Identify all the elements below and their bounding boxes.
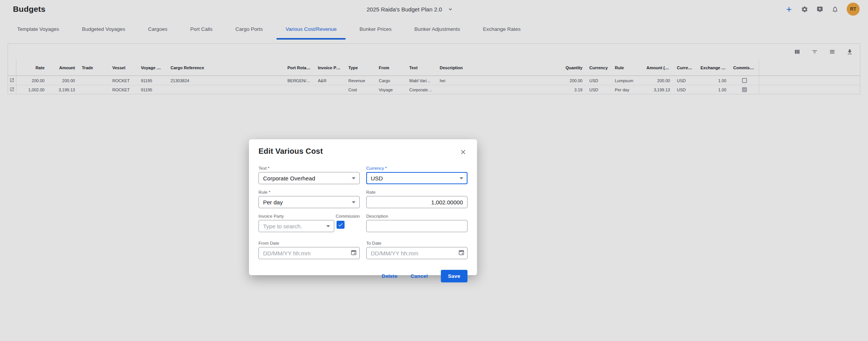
caret-down-icon [352,201,356,203]
text-select[interactable]: Corporate Overhead [258,172,360,184]
text-select-value: Corporate Overhead [263,175,315,182]
commission-field: Commission [336,214,360,229]
rate-input[interactable] [366,196,468,208]
from-date-input[interactable] [258,247,360,259]
description-label: Description [366,214,468,218]
invoice-party-select[interactable]: Type to search. [258,220,334,232]
text-field: Text * Corporate Overhead [258,166,360,184]
invoice-commission-row: Invoice Party Type to search. Commission [258,214,360,232]
invoice-party-field: Invoice Party Type to search. [258,214,334,232]
close-icon [460,151,467,157]
currency-label: Currency * [366,166,468,170]
to-date-calendar-button[interactable] [458,249,465,257]
edit-various-cost-dialog: Edit Various Cost Text * Corporate Overh… [249,139,477,275]
to-date-input[interactable] [366,247,468,259]
currency-select[interactable]: USD [366,172,468,184]
calendar-icon [350,249,357,257]
save-button[interactable]: Save [441,270,468,282]
invoice-party-label: Invoice Party [258,214,334,218]
to-date-field: To Date [366,241,468,259]
description-input[interactable] [366,220,468,232]
text-label: Text * [258,166,360,170]
rule-select-value: Per day [263,199,283,206]
description-field: Description [366,214,468,232]
delete-button[interactable]: Delete [381,273,397,279]
caret-down-icon [460,177,463,179]
from-date-calendar-button[interactable] [350,249,357,257]
to-date-label: To Date [366,241,468,245]
dialog-title: Edit Various Cost [258,147,323,156]
from-date-field: From Date [258,241,360,259]
commission-label: Commission [336,214,360,218]
currency-select-value: USD [371,175,383,182]
commission-checkbox[interactable] [337,221,345,229]
dialog-footer: Delete Cancel Save [258,270,468,282]
calendar-icon [458,249,465,257]
currency-field: Currency * USD [366,166,468,184]
budgets-app: Budgets 2025 Raida's Budget Plan 2.0 RT … [0,0,868,341]
invoice-party-placeholder: Type to search. [263,223,302,229]
caret-down-icon [352,177,356,179]
cancel-button[interactable]: Cancel [410,273,428,279]
rule-select[interactable]: Per day [258,196,360,208]
rate-field: Rate [366,190,468,208]
rule-field: Rule * Per day [258,190,360,208]
rate-label: Rate [366,190,468,194]
check-icon [338,222,343,228]
caret-down-icon [326,225,330,227]
rule-label: Rule * [258,190,360,194]
close-button[interactable] [459,148,468,158]
from-date-label: From Date [258,241,360,245]
